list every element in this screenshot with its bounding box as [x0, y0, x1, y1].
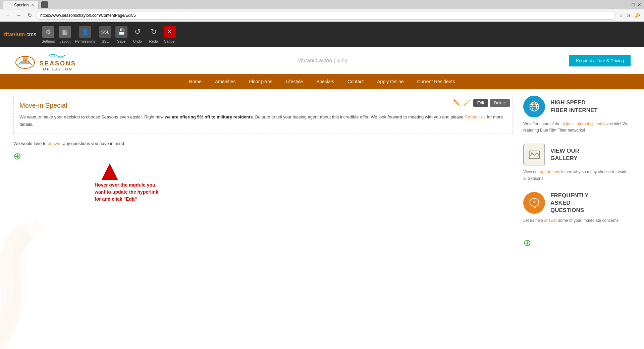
- faq-title: FREQUENTLYASKEDQUESTIONS: [550, 192, 589, 214]
- request-tour-btn[interactable]: Request a Tour & Pricing: [569, 55, 631, 66]
- browser-tab[interactable]: 📄 Specials ✕: [3, 1, 39, 9]
- layout-tool[interactable]: ▦ Layout: [59, 26, 71, 43]
- module-text-mid: . Be sure to tell your leasing agent abo…: [253, 114, 465, 119]
- gallery-icon: [528, 148, 541, 161]
- content-right: HIGH SPEEDFIBER INTERNET We offer some o…: [523, 96, 631, 284]
- ssl-tool[interactable]: SSL SSL: [99, 26, 111, 43]
- faq-icon-circle: ?: [523, 192, 545, 214]
- maximize-btn[interactable]: □: [632, 2, 635, 7]
- module-contact-link[interactable]: Contact us: [465, 114, 485, 119]
- svg-text:?: ?: [533, 200, 536, 205]
- cms-product: cms: [26, 32, 36, 37]
- svg-point-9: [531, 152, 533, 154]
- permissions-icon: 👤: [79, 26, 91, 38]
- site-header: SEASONS OF LAYTON Vibrant Layton Living …: [0, 47, 644, 74]
- module-text-intro: We want to make your decision to choose …: [19, 114, 165, 119]
- svg-point-1: [22, 56, 28, 62]
- svg-point-7: [533, 102, 536, 105]
- nav-floor-plans[interactable]: Floor plans: [242, 74, 279, 89]
- layout-label: Layout: [59, 39, 70, 43]
- browser-chrome: 📄 Specials ✕ + ─ □ ✕ ← → ↻ ☆ S 🔑: [0, 0, 644, 22]
- cancel-icon: ✕: [164, 26, 176, 38]
- nav-amenities[interactable]: Amenities: [208, 74, 242, 89]
- redo-label: Redo: [149, 39, 158, 43]
- sidebar-faq-header: ? FREQUENTLYASKEDQUESTIONS: [523, 192, 631, 214]
- layout-icon: ▦: [59, 26, 71, 38]
- arrow-up-shape: [101, 163, 118, 180]
- tab-close-btn[interactable]: ✕: [31, 3, 34, 7]
- url-bar[interactable]: [36, 11, 615, 20]
- sidebar-add-btn[interactable]: ⊕: [523, 237, 531, 248]
- logo-sub: OF LAYTON: [43, 67, 72, 71]
- seasons-logo-text: SEASONS OF LAYTON: [40, 50, 76, 71]
- lower-text-link[interactable]: answer: [48, 141, 62, 146]
- browser-nav-icons: ☆ S 🔑: [618, 12, 641, 19]
- ext-icon1[interactable]: S: [626, 12, 632, 19]
- permissions-tool[interactable]: 👤 Permissions: [75, 26, 95, 43]
- internet-text: We offer some of the highest internet sp…: [523, 121, 631, 134]
- internet-title: HIGH SPEEDFIBER INTERNET: [550, 99, 598, 114]
- cms-brand: titanium: [4, 32, 25, 37]
- sidebar-item-faq: ? FREQUENTLYASKEDQUESTIONS Let us help a…: [523, 192, 631, 224]
- permissions-label: Permissions: [75, 39, 95, 43]
- site-logo: SEASONS OF LAYTON: [13, 50, 76, 71]
- ext-icon2[interactable]: 🔑: [633, 12, 641, 19]
- star-icon[interactable]: ☆: [618, 12, 625, 19]
- new-tab-btn[interactable]: +: [41, 1, 48, 8]
- browser-nav-bar: ← → ↻ ☆ S 🔑: [0, 9, 644, 21]
- site-tagline: Vibrant Layton Living: [298, 58, 347, 64]
- settings-label: Settings: [42, 39, 55, 43]
- globe-icon: [528, 100, 541, 113]
- nav-current-residents[interactable]: Current Residents: [411, 74, 462, 89]
- logo-graphic: [13, 52, 37, 69]
- tooltip-arrow: Hover over the module you want to update…: [95, 163, 162, 203]
- ssl-label: SSL: [102, 39, 109, 43]
- settings-icon: ⚙: [42, 26, 54, 38]
- undo-label: Undo: [133, 39, 142, 43]
- gallery-title: VIEW OURGALLERY: [550, 147, 579, 162]
- settings-tool[interactable]: ⚙ Settings: [42, 26, 55, 43]
- internet-speeds-link[interactable]: highest internet speeds: [561, 121, 603, 126]
- module-text-bold: we are offering 5% off to military resid…: [165, 114, 253, 119]
- nav-home[interactable]: Home: [182, 74, 208, 89]
- redo-tool[interactable]: ↻ Redo: [148, 26, 160, 43]
- sidebar-item-gallery: VIEW OURGALLERY View our apartments to s…: [523, 144, 631, 182]
- content-module: ✏️ 🧹 Edit Delete Move-in Special We want…: [13, 96, 513, 134]
- nav-lifestyle[interactable]: Lifestyle: [279, 74, 310, 89]
- sidebar-internet-header: HIGH SPEEDFIBER INTERNET: [523, 96, 631, 117]
- lower-text: We would love to answer any questions yo…: [13, 141, 513, 146]
- lower-text-pre: We would love to: [13, 141, 48, 146]
- waves-svg: [48, 50, 68, 60]
- nav-contact[interactable]: Contact: [341, 74, 370, 89]
- faq-answer-link[interactable]: answer: [544, 218, 557, 223]
- forward-btn[interactable]: →: [14, 12, 23, 19]
- gallery-apartments-link[interactable]: apartments: [540, 169, 560, 174]
- nav-apply-online[interactable]: Apply Online: [370, 74, 410, 89]
- tab-title: Specials: [14, 3, 29, 7]
- gallery-icon-box: [523, 144, 545, 165]
- tooltip-text: Hover over the module you want to update…: [95, 182, 162, 203]
- save-tool[interactable]: 💾 Save: [115, 26, 127, 43]
- internet-icon-circle: [523, 96, 545, 117]
- minimize-btn[interactable]: ─: [626, 2, 629, 7]
- cancel-label: Cancel: [164, 39, 175, 43]
- module-edit-btn[interactable]: Edit: [473, 99, 488, 107]
- add-module-btn[interactable]: ⊕: [13, 151, 21, 162]
- ssl-icon: SSL: [99, 26, 111, 38]
- refresh-btn[interactable]: ↻: [25, 11, 34, 19]
- cms-tools: ⚙ Settings ▦ Layout 👤 Permissions SSL SS…: [42, 26, 176, 43]
- save-icon: 💾: [115, 26, 127, 38]
- module-title: Move-in Special: [19, 102, 507, 109]
- cancel-tool[interactable]: ✕ Cancel: [164, 26, 176, 43]
- undo-tool[interactable]: ↺ Undo: [131, 26, 144, 43]
- nav-specials[interactable]: Specials: [310, 74, 341, 89]
- logo-svg: [13, 52, 37, 69]
- back-btn[interactable]: ←: [3, 12, 12, 19]
- close-window-btn[interactable]: ✕: [637, 2, 641, 7]
- undo-icon: ↺: [131, 26, 144, 38]
- logo-name: SEASONS: [40, 60, 76, 67]
- module-delete-btn[interactable]: Delete: [490, 99, 510, 107]
- sidebar-item-internet: HIGH SPEEDFIBER INTERNET We offer some o…: [523, 96, 631, 134]
- content-left: ✏️ 🧹 Edit Delete Move-in Special We want…: [13, 96, 513, 284]
- module-text: We want to make your decision to choose …: [19, 113, 507, 128]
